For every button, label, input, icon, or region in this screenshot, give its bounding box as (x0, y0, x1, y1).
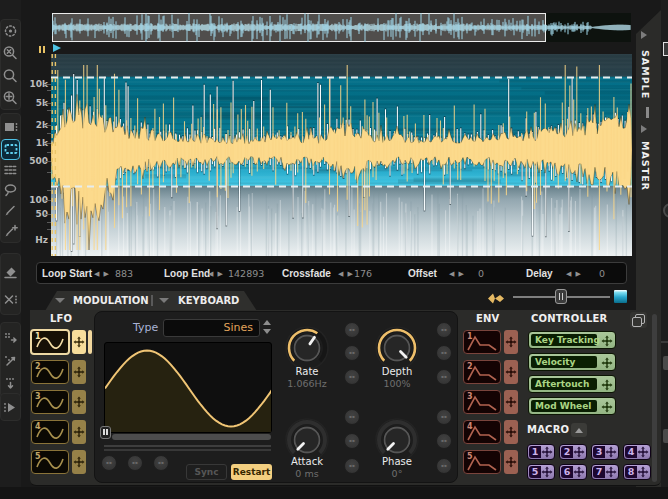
auto-select-icon[interactable] (1, 22, 20, 41)
macro-8-move-handle-icon[interactable] (637, 466, 649, 478)
rate-mod-slot-1[interactable]: -- (344, 322, 360, 338)
select-rows-icon[interactable] (1, 161, 20, 180)
tab-modulation[interactable]: MODULATION (73, 295, 149, 306)
copy-panel-icon[interactable] (630, 312, 647, 328)
lfo-mod-slot-3[interactable]: -- (153, 455, 169, 471)
env-4-move-handle-icon[interactable] (504, 420, 518, 444)
playhead-marker[interactable] (53, 44, 61, 52)
env-select-3[interactable]: 3 (463, 390, 501, 414)
rate-mod-slot-2[interactable]: -- (344, 345, 360, 361)
controller-mod-wheel[interactable]: Mod Wheel (528, 397, 616, 415)
lfo-select-4[interactable]: 4 (31, 420, 69, 444)
tab-keyboard[interactable]: KEYBOARD (178, 295, 239, 306)
zoom-reset-icon[interactable] (1, 44, 20, 63)
select-rectangle-tool-active[interactable] (1, 139, 20, 160)
phase-mod-slot-3[interactable]: -- (436, 458, 452, 474)
env-select-5[interactable]: 5 (463, 450, 501, 474)
lfo-zoombar-2[interactable] (104, 449, 271, 451)
nudge-down-icon[interactable] (1, 374, 20, 393)
env-select-2[interactable]: 2 (463, 360, 501, 384)
brush-icon[interactable] (1, 201, 20, 220)
velocity-move-handle-icon[interactable] (601, 357, 613, 369)
restart-button[interactable]: Restart (231, 464, 272, 480)
loop-end-stepper[interactable]: ◀ ▶ (208, 270, 224, 278)
sync-button[interactable]: Sync (186, 464, 227, 480)
zoom-icon[interactable] (1, 67, 20, 86)
macro-8[interactable]: 8 (623, 464, 651, 480)
brush-plus-icon[interactable] (1, 222, 20, 241)
lfo-1-move-handle-icon[interactable] (72, 330, 86, 354)
lfo-scroll-grip[interactable] (100, 426, 111, 439)
env-select-1[interactable]: 1 (463, 330, 501, 354)
lfo-mod-slot-1[interactable]: -- (101, 455, 117, 471)
keyboard-collapse-icon[interactable] (159, 298, 169, 303)
macro-7-move-handle-icon[interactable] (605, 466, 617, 478)
lfo-type-dropdown[interactable]: Sines (163, 319, 260, 337)
env-2-move-handle-icon[interactable] (504, 360, 518, 384)
crossfade-stepper[interactable]: ◀ ▶ (338, 270, 354, 278)
phase-mod-slot-1[interactable]: -- (436, 409, 452, 425)
phase-value[interactable]: 0° (373, 468, 421, 479)
env-select-4[interactable]: 4 (463, 420, 501, 444)
lfo-select-5[interactable]: 5 (31, 450, 69, 474)
macro-4-move-handle-icon[interactable] (637, 446, 649, 458)
delay-stepper[interactable]: ◀ ▶ (566, 270, 582, 278)
lfo-4-move-handle-icon[interactable] (72, 420, 86, 444)
crossfade-value[interactable]: 176 (354, 268, 372, 279)
macro-2[interactable]: 2 (559, 444, 587, 460)
macro-5[interactable]: 5 (527, 464, 555, 480)
lasso-icon[interactable] (1, 181, 20, 200)
loop-start-stepper[interactable]: ◀ ▶ (94, 270, 110, 278)
env-5-move-handle-icon[interactable] (504, 450, 518, 474)
offset-stepper[interactable]: ◀ ▶ (449, 270, 465, 278)
key-tracking-move-handle-icon[interactable] (601, 335, 613, 347)
loop-start-value[interactable]: 883 (115, 268, 133, 279)
loop-grip-bar2[interactable] (43, 46, 45, 53)
macro-collapse-button[interactable] (571, 423, 587, 437)
depth-value[interactable]: 100% (373, 378, 421, 389)
attack-mod-slot-3[interactable]: -- (344, 458, 360, 474)
delete-selection-icon[interactable] (1, 291, 20, 310)
tab-sample[interactable]: SAMPLE (640, 50, 651, 99)
modulation-collapse-icon[interactable] (55, 298, 65, 303)
depth-mod-slot-1[interactable]: -- (436, 322, 452, 338)
lfo-5-move-handle-icon[interactable] (72, 450, 86, 474)
macro-7[interactable]: 7 (591, 464, 619, 480)
lfo-2-move-handle-icon[interactable] (72, 360, 86, 384)
tab-master[interactable]: MASTER (640, 141, 651, 191)
macro-3[interactable]: 3 (591, 444, 619, 460)
overview-waveform[interactable] (52, 13, 631, 42)
depth-mod-slot-3[interactable]: -- (436, 369, 452, 385)
lfo-zoombar-1[interactable] (104, 445, 271, 447)
nudge-right-icon[interactable] (1, 328, 20, 347)
zoom-pan-icon[interactable] (1, 89, 20, 108)
offset-value[interactable]: 0 (478, 268, 484, 279)
play-selection-icon[interactable] (1, 398, 20, 417)
lfo-scrollbar[interactable] (112, 434, 271, 440)
aftertouch-move-handle-icon[interactable] (601, 379, 613, 391)
controller-key-tracking[interactable]: Key Tracking (528, 331, 616, 349)
lfo-select-2[interactable]: 2 (31, 360, 69, 384)
select-filled-icon[interactable] (1, 118, 20, 137)
macro-3-move-handle-icon[interactable] (605, 446, 617, 458)
loop-end-value[interactable]: 142893 (228, 268, 264, 279)
env-3-move-handle-icon[interactable] (504, 390, 518, 414)
macro-4[interactable]: 4 (623, 444, 651, 460)
macro-2-move-handle-icon[interactable] (573, 446, 585, 458)
spectrogram-display[interactable] (51, 54, 632, 256)
attack-mod-slot-1[interactable]: -- (344, 409, 360, 425)
depth-mod-slot-2[interactable]: -- (436, 345, 452, 361)
eraser-icon[interactable] (1, 262, 20, 281)
macro-1[interactable]: 1 (527, 444, 555, 460)
lfo-mod-slot-2[interactable]: -- (127, 455, 143, 471)
rate-mod-slot-3[interactable]: -- (344, 369, 360, 385)
env-1-move-handle-icon[interactable] (504, 330, 518, 354)
lfo-3-move-handle-icon[interactable] (72, 390, 86, 414)
type-spinner-down-icon[interactable] (263, 329, 271, 334)
controller-velocity[interactable]: Velocity (528, 353, 616, 371)
panel-scrollbar[interactable] (652, 314, 657, 482)
loop-grip-bar1[interactable] (39, 46, 41, 53)
lfo-select-3[interactable]: 3 (31, 390, 69, 414)
blend-slider-handle[interactable] (555, 289, 567, 304)
mod-wheel-move-handle-icon[interactable] (601, 401, 613, 413)
